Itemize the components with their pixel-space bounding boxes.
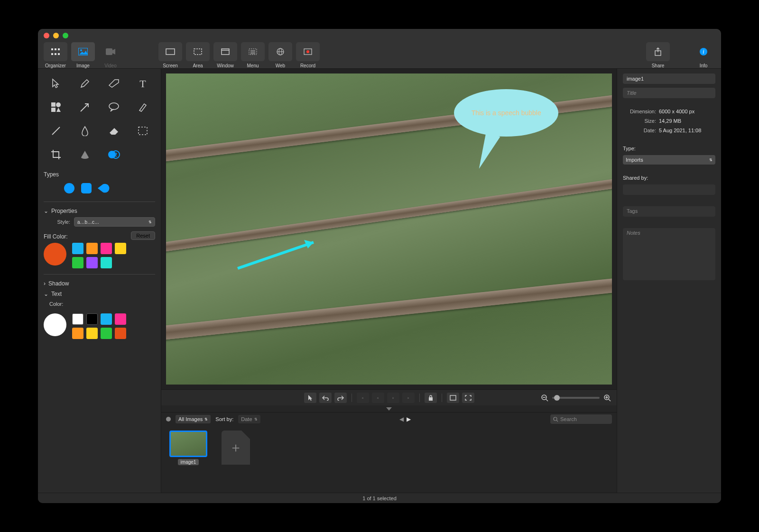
zoom-slider[interactable] — [552, 397, 600, 399]
video-button[interactable] — [99, 42, 122, 61]
window-minimize-button[interactable] — [53, 33, 59, 38]
add-image-button[interactable]: ＋ — [215, 431, 256, 465]
separator — [442, 394, 442, 402]
text-current-swatch[interactable] — [44, 313, 66, 336]
divider — [44, 202, 155, 202]
swatch[interactable] — [101, 243, 112, 254]
undo-button[interactable] — [319, 393, 332, 403]
area-capture-button[interactable] — [186, 42, 210, 61]
web-capture-button[interactable] — [268, 42, 292, 61]
text-color-section — [44, 313, 155, 339]
window-capture-button[interactable] — [213, 42, 237, 61]
next-button[interactable]: ▶ — [407, 416, 411, 422]
filter-dropdown[interactable]: All Images ⇅ — [176, 415, 211, 423]
step-tool[interactable]: 2 — [102, 145, 127, 165]
image-button[interactable] — [71, 42, 95, 61]
fill-current-swatch[interactable] — [44, 243, 66, 266]
text-header[interactable]: ⌄ Text — [44, 291, 155, 297]
swatch[interactable] — [72, 257, 83, 268]
line-tool[interactable] — [44, 121, 69, 141]
pen-tool[interactable] — [73, 73, 98, 93]
prev-button[interactable]: ◀ — [399, 416, 404, 422]
tags-field[interactable]: Tags — [623, 206, 715, 217]
notes-field[interactable]: Notes — [623, 228, 715, 280]
title-field[interactable]: Title — [623, 88, 715, 98]
info-button[interactable]: i — [692, 42, 715, 61]
shape-rounded-square[interactable] — [80, 182, 93, 195]
callout-tool[interactable] — [102, 97, 127, 117]
arrow-tool[interactable] — [73, 97, 98, 117]
svg-point-48 — [554, 417, 557, 421]
share-button[interactable] — [646, 42, 670, 61]
swatch[interactable] — [86, 257, 98, 268]
reset-button[interactable]: Reset — [131, 231, 155, 240]
speech-bubble-annotation[interactable]: This is a speech bubble — [454, 89, 558, 137]
redo-button[interactable] — [334, 393, 347, 403]
type-label-row: Type: — [623, 146, 715, 151]
swatch[interactable] — [101, 328, 112, 339]
swatch[interactable] — [101, 257, 112, 268]
canvas[interactable]: This is a speech bubble — [166, 73, 612, 385]
swatch[interactable] — [86, 313, 98, 325]
shadow-header[interactable]: › Shadow — [44, 280, 155, 287]
screen-capture-button[interactable] — [158, 42, 182, 61]
shape-teardrop[interactable] — [97, 182, 110, 195]
blur-tool[interactable] — [73, 121, 98, 141]
thumbnail-item[interactable]: image1 — [168, 431, 209, 465]
svg-rect-1 — [55, 48, 56, 50]
crop-tool[interactable] — [44, 145, 69, 165]
name-field[interactable]: image1 — [623, 73, 715, 84]
swatch[interactable] — [115, 243, 126, 254]
cone-tool[interactable] — [73, 145, 98, 165]
dimension-row: Dimension: 6000 x 4000 px — [623, 109, 715, 114]
zoom-thumb[interactable] — [554, 395, 560, 401]
filmstrip: All Images ⇅ Sort by: Date ⇅ ◀ ▶ Search — [161, 412, 617, 493]
highlighter-tool[interactable] — [130, 97, 155, 117]
shape-circle[interactable] — [63, 182, 76, 195]
svg-rect-39 — [429, 397, 433, 401]
fit-button[interactable] — [447, 393, 459, 403]
record-button[interactable] — [296, 42, 320, 61]
canvas-pointer-button[interactable] — [304, 393, 316, 403]
text-tool[interactable]: T — [130, 73, 155, 93]
arrow-annotation[interactable] — [233, 235, 328, 273]
organizer-button[interactable] — [44, 42, 67, 61]
lock-button[interactable] — [425, 393, 437, 403]
text-color-label: Color: — [49, 301, 155, 307]
chevron-updown-icon: ⇅ — [204, 417, 208, 422]
text-swatch-grid — [72, 313, 155, 339]
zoom-in-icon[interactable] — [603, 394, 611, 402]
window-zoom-button[interactable] — [63, 33, 68, 38]
marker-tool[interactable] — [102, 73, 127, 93]
swatch[interactable] — [72, 243, 83, 254]
zoom-out-icon[interactable] — [541, 394, 548, 402]
swatch[interactable] — [72, 313, 83, 325]
svg-rect-9 — [166, 49, 175, 55]
selection-rect-tool[interactable] — [130, 121, 155, 141]
properties-header[interactable]: ⌄ Properties — [44, 208, 155, 214]
search-input[interactable]: Search — [550, 414, 612, 424]
swatch[interactable] — [72, 328, 83, 339]
titlebar — [38, 29, 721, 42]
swatch[interactable] — [86, 243, 98, 254]
swatch[interactable] — [86, 328, 98, 339]
eraser-tool[interactable] — [102, 121, 127, 141]
menu-capture-button[interactable] — [241, 42, 265, 61]
shapes-tool[interactable] — [44, 97, 69, 117]
filter-dot-icon[interactable] — [166, 417, 171, 422]
fullscreen-button[interactable] — [462, 393, 474, 403]
search-icon — [553, 417, 558, 422]
swatch[interactable] — [115, 328, 126, 339]
swatch[interactable] — [101, 313, 112, 325]
separator — [352, 394, 352, 402]
svg-rect-31 — [139, 127, 147, 135]
window-close-button[interactable] — [44, 33, 49, 38]
image-icon — [78, 47, 88, 56]
shared-by-field[interactable] — [623, 184, 715, 195]
pane-divider[interactable] — [161, 405, 617, 412]
style-select[interactable]: a…b…c… ⇅ — [74, 217, 155, 227]
swatch[interactable] — [115, 313, 126, 325]
type-select[interactable]: Imports ⇅ — [623, 155, 715, 165]
select-tool[interactable] — [44, 73, 69, 93]
sort-dropdown[interactable]: Date ⇅ — [238, 415, 260, 423]
